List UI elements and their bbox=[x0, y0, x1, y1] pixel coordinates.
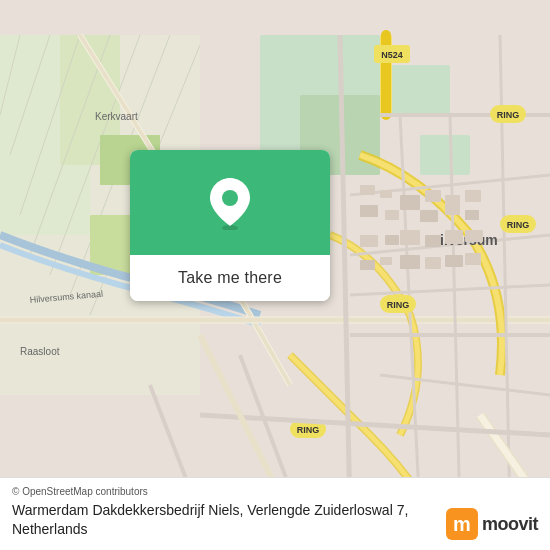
moovit-logo-text: moovit bbox=[482, 514, 538, 535]
map-attribution: © OpenStreetMap contributors bbox=[12, 486, 538, 497]
svg-rect-45 bbox=[465, 190, 481, 202]
location-pin-icon bbox=[208, 176, 252, 230]
svg-rect-39 bbox=[445, 195, 460, 215]
svg-rect-48 bbox=[360, 260, 375, 270]
svg-rect-40 bbox=[360, 235, 378, 247]
svg-rect-37 bbox=[425, 190, 441, 202]
svg-rect-46 bbox=[465, 210, 479, 220]
svg-text:Raasloot: Raasloot bbox=[20, 346, 60, 357]
svg-rect-41 bbox=[385, 235, 399, 245]
svg-rect-36 bbox=[400, 195, 420, 210]
svg-text:N524: N524 bbox=[381, 50, 403, 60]
bottom-info-bar: © OpenStreetMap contributors Warmerdam D… bbox=[0, 477, 550, 550]
svg-text:Kerkvaart: Kerkvaart bbox=[95, 111, 138, 122]
location-name: Warmerdam Dakdekkersbedrijf Niels, Verle… bbox=[12, 501, 438, 540]
svg-rect-50 bbox=[400, 255, 420, 269]
map-container: RING RING RING RING N524 Hilversum Kerkv… bbox=[0, 0, 550, 550]
svg-text:RING: RING bbox=[497, 110, 520, 120]
svg-rect-34 bbox=[360, 205, 378, 217]
svg-text:RING: RING bbox=[297, 425, 320, 435]
svg-rect-35 bbox=[385, 210, 399, 220]
moovit-logo-icon: m bbox=[446, 508, 478, 540]
svg-rect-42 bbox=[400, 230, 420, 245]
svg-rect-51 bbox=[425, 257, 441, 269]
svg-rect-49 bbox=[380, 257, 392, 265]
card-green-section bbox=[130, 150, 330, 255]
svg-rect-44 bbox=[445, 230, 463, 244]
navigation-card: Take me there bbox=[130, 150, 330, 301]
svg-rect-43 bbox=[425, 235, 441, 247]
svg-text:RING: RING bbox=[507, 220, 530, 230]
moovit-logo: m moovit bbox=[446, 508, 538, 540]
svg-point-55 bbox=[222, 190, 238, 206]
svg-rect-38 bbox=[420, 210, 438, 222]
svg-rect-53 bbox=[465, 253, 481, 265]
svg-text:RING: RING bbox=[387, 300, 410, 310]
svg-rect-32 bbox=[360, 185, 375, 195]
svg-rect-4 bbox=[420, 135, 470, 175]
svg-rect-33 bbox=[380, 190, 392, 198]
svg-rect-47 bbox=[465, 230, 483, 242]
take-me-there-button[interactable]: Take me there bbox=[130, 255, 330, 301]
svg-rect-52 bbox=[445, 255, 463, 267]
svg-rect-3 bbox=[390, 65, 450, 115]
